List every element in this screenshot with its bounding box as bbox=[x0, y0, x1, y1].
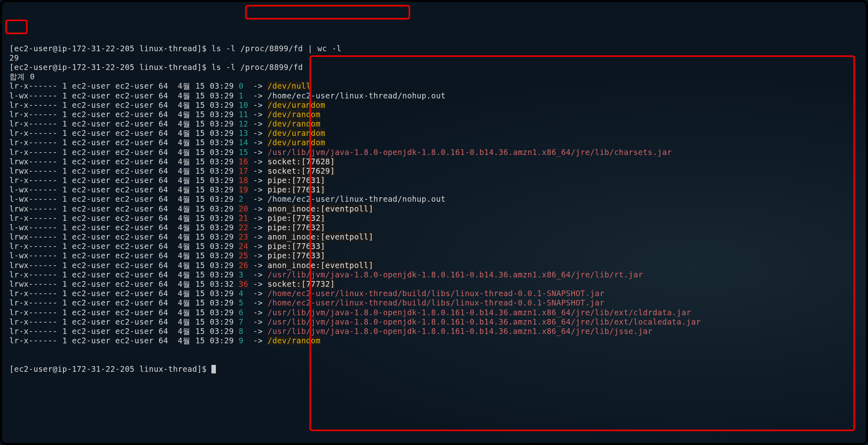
fd-target: pipe:[77631] bbox=[268, 176, 325, 185]
fd-target: /dev/urandom bbox=[268, 129, 325, 137]
fd-number: 24 bbox=[239, 242, 248, 251]
fd-number: 15 bbox=[239, 148, 248, 157]
ls-row: lrwx------ 1 ec2-user ec2-user 64 4월 15 … bbox=[9, 166, 866, 176]
fd-number: 26 bbox=[239, 261, 248, 270]
fd-number: 19 bbox=[239, 185, 248, 194]
fd-number: 3 bbox=[239, 270, 248, 279]
fd-target: anon_inode:[eventpoll] bbox=[268, 261, 373, 270]
fd-number: 23 bbox=[239, 232, 248, 241]
fd-target: /dev/random bbox=[268, 119, 320, 128]
ls-row: lr-x------ 1 ec2-user ec2-user 64 4월 15 … bbox=[9, 336, 866, 345]
fd-number: 2 bbox=[239, 194, 248, 203]
fd-number: 1 bbox=[239, 91, 248, 100]
fd-number: 11 bbox=[239, 110, 248, 119]
fd-number: 36 bbox=[239, 279, 248, 288]
fd-number: 20 bbox=[239, 204, 248, 213]
fd-target: socket:[77732] bbox=[268, 279, 335, 288]
fd-target: /home/ec2-user/linux-thread/nohup.out bbox=[268, 194, 446, 203]
ls-row: lrwx------ 1 ec2-user ec2-user 64 4월 15 … bbox=[9, 232, 866, 242]
fd-number: 12 bbox=[239, 119, 248, 128]
ls-row: lr-x------ 1 ec2-user ec2-user 64 4월 15 … bbox=[9, 298, 866, 308]
ls-row: lr-x------ 1 ec2-user ec2-user 64 4월 15 … bbox=[9, 81, 866, 91]
wc-output: 29 bbox=[9, 53, 866, 63]
ls-row: lr-x------ 1 ec2-user ec2-user 64 4월 15 … bbox=[9, 148, 866, 157]
ls-row: lrwx------ 1 ec2-user ec2-user 64 4월 15 … bbox=[9, 279, 866, 289]
fd-number: 16 bbox=[239, 157, 248, 166]
fd-target: socket:[77629] bbox=[268, 166, 335, 175]
fd-target: pipe:[77633] bbox=[268, 251, 325, 260]
fd-number: 4 bbox=[239, 289, 248, 298]
fd-target: /usr/lib/jvm/java-1.8.0-openjdk-1.8.0.16… bbox=[268, 148, 672, 157]
ls-row: lr-x------ 1 ec2-user ec2-user 64 4월 15 … bbox=[9, 110, 866, 119]
fd-target: pipe:[77632] bbox=[268, 223, 325, 232]
ls-row: l-wx------ 1 ec2-user ec2-user 64 4월 15 … bbox=[9, 251, 866, 260]
fd-number: 6 bbox=[239, 308, 248, 317]
ls-row: lr-x------ 1 ec2-user ec2-user 64 4월 15 … bbox=[9, 308, 866, 317]
fd-target: /home/ec2-user/linux-thread/nohup.out bbox=[268, 91, 446, 100]
ls-row: l-wx------ 1 ec2-user ec2-user 64 4월 15 … bbox=[9, 185, 866, 194]
fd-number: 22 bbox=[239, 223, 248, 232]
ls-row: lr-x------ 1 ec2-user ec2-user 64 4월 15 … bbox=[9, 327, 866, 336]
ls-total-line: 합계 0 bbox=[9, 72, 866, 81]
ls-row: lr-x------ 1 ec2-user ec2-user 64 4월 15 … bbox=[9, 214, 866, 223]
ls-row: lr-x------ 1 ec2-user ec2-user 64 4월 15 … bbox=[9, 289, 866, 298]
fd-number: 10 bbox=[239, 100, 248, 109]
fd-target: /dev/random bbox=[268, 336, 320, 345]
fd-target: /dev/urandom bbox=[268, 100, 325, 109]
ls-row: lr-x------ 1 ec2-user ec2-user 64 4월 15 … bbox=[9, 138, 866, 147]
ls-row: lr-x------ 1 ec2-user ec2-user 64 4월 15 … bbox=[9, 119, 866, 129]
ls-row: lr-x------ 1 ec2-user ec2-user 64 4월 15 … bbox=[9, 176, 866, 185]
ls-row: l-wx------ 1 ec2-user ec2-user 64 4월 15 … bbox=[9, 91, 866, 100]
fd-target: pipe:[77633] bbox=[268, 242, 325, 251]
fd-target: /dev/null bbox=[268, 81, 311, 90]
fd-target: /dev/random bbox=[268, 110, 320, 119]
fd-target: /dev/urandom bbox=[268, 138, 325, 147]
fd-number: 7 bbox=[239, 317, 248, 326]
fd-target: /usr/lib/jvm/java-1.8.0-openjdk-1.8.0.16… bbox=[268, 308, 691, 317]
ls-row: lrwx------ 1 ec2-user ec2-user 64 4월 15 … bbox=[9, 204, 866, 214]
fd-number: 18 bbox=[239, 176, 248, 185]
shell-prompt: [ec2-user@ip-172-31-22-205 linux-thread]… bbox=[9, 364, 211, 373]
fd-number: 17 bbox=[239, 166, 248, 175]
fd-target: pipe:[77631] bbox=[268, 185, 325, 194]
fd-target: pipe:[77632] bbox=[268, 214, 325, 222]
fd-number: 25 bbox=[239, 251, 248, 260]
ls-row: lr-x------ 1 ec2-user ec2-user 64 4월 15 … bbox=[9, 242, 866, 251]
fd-target: /usr/lib/jvm/java-1.8.0-openjdk-1.8.0.16… bbox=[268, 327, 653, 336]
fd-number: 9 bbox=[239, 336, 248, 345]
terminal-cursor bbox=[211, 365, 216, 373]
fd-number: 21 bbox=[239, 214, 248, 222]
highlight-box-command bbox=[245, 5, 410, 20]
terminal-line: [ec2-user@ip-172-31-22-205 linux-thread]… bbox=[9, 44, 866, 53]
fd-target: /home/ec2-user/linux-thread/build/libs/l… bbox=[268, 298, 605, 307]
fd-target: /usr/lib/jvm/java-1.8.0-openjdk-1.8.0.16… bbox=[268, 317, 701, 326]
fd-target: anon_inode:[eventpoll] bbox=[268, 204, 373, 213]
fd-number: 5 bbox=[239, 298, 248, 307]
ls-row: lr-x------ 1 ec2-user ec2-user 64 4월 15 … bbox=[9, 317, 866, 327]
fd-target: /usr/lib/jvm/java-1.8.0-openjdk-1.8.0.16… bbox=[268, 270, 643, 279]
fd-target: anon_inode:[eventpoll] bbox=[268, 232, 373, 241]
terminal-line: [ec2-user@ip-172-31-22-205 linux-thread]… bbox=[9, 63, 866, 72]
fd-number: 14 bbox=[239, 138, 248, 147]
ls-row: l-wx------ 1 ec2-user ec2-user 64 4월 15 … bbox=[9, 223, 866, 232]
ls-row: lr-x------ 1 ec2-user ec2-user 64 4월 15 … bbox=[9, 270, 866, 279]
terminal-output: [ec2-user@ip-172-31-22-205 linux-thread]… bbox=[9, 44, 866, 346]
ls-row: lr-x------ 1 ec2-user ec2-user 64 4월 15 … bbox=[9, 129, 866, 138]
ls-row: lr-x------ 1 ec2-user ec2-user 64 4월 15 … bbox=[9, 100, 866, 110]
highlight-box-count bbox=[5, 20, 28, 34]
ls-row: lrwx------ 1 ec2-user ec2-user 64 4월 15 … bbox=[9, 261, 866, 270]
ls-row: lrwx------ 1 ec2-user ec2-user 64 4월 15 … bbox=[9, 157, 866, 166]
terminal-prompt-line[interactable]: [ec2-user@ip-172-31-22-205 linux-thread]… bbox=[9, 364, 866, 374]
fd-number: 8 bbox=[239, 327, 248, 336]
fd-number: 13 bbox=[239, 129, 248, 137]
fd-target: socket:[77628] bbox=[268, 157, 335, 166]
ls-row: l-wx------ 1 ec2-user ec2-user 64 4월 15 … bbox=[9, 194, 866, 204]
fd-target: /home/ec2-user/linux-thread/build/libs/l… bbox=[268, 289, 605, 298]
fd-number: 0 bbox=[239, 81, 248, 90]
